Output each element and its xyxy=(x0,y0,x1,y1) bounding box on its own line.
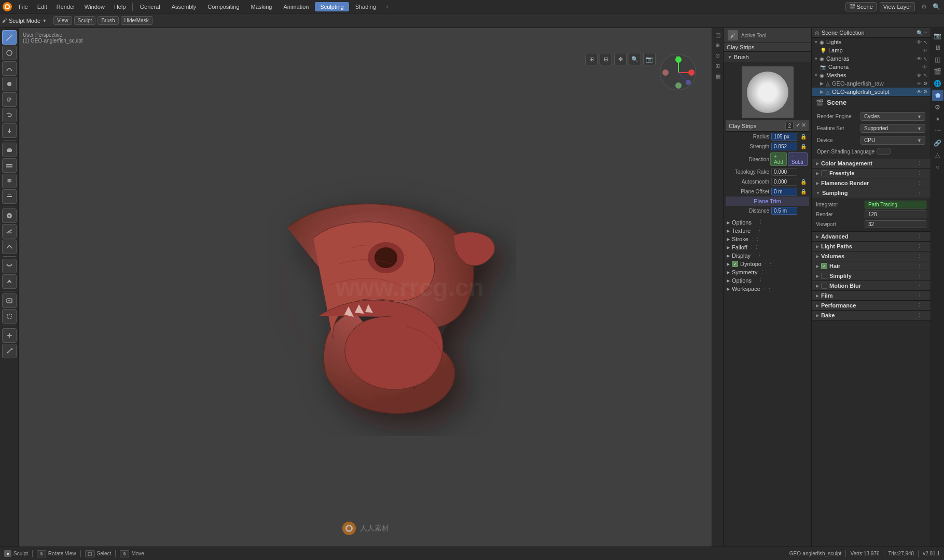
vis-eye-geo-raw[interactable]: 👁 xyxy=(917,81,922,87)
bake-header[interactable]: ▶ Bake ⋮⋮ xyxy=(812,311,931,320)
search-icon[interactable]: 🔍 xyxy=(931,1,942,12)
view-icon-5[interactable]: ▦ xyxy=(713,72,723,81)
clay-tool[interactable] xyxy=(2,143,17,157)
dyntopo-section[interactable]: ▶ ✓ Dyntopo ⋮⋮ xyxy=(724,260,811,268)
crease-tool[interactable] xyxy=(2,259,17,273)
falloff-section[interactable]: ▶ Falloff ⋮⋮ xyxy=(724,243,811,251)
stroke-section[interactable]: ▶ Stroke ⋮⋮ xyxy=(724,235,811,243)
modifier-icon[interactable]: ⚙ xyxy=(932,102,943,113)
vis-modifier-geo-raw[interactable]: ⚙ xyxy=(923,81,927,87)
topology-rake-field[interactable]: 0.000 xyxy=(771,168,797,176)
world-icon[interactable]: 🌐 xyxy=(932,78,943,89)
output-icon[interactable]: 🖥 xyxy=(932,42,943,53)
simplify-header[interactable]: ▶ Simplify ⋮⋮ xyxy=(812,271,931,281)
performance-header[interactable]: ▶ Performance ⋮⋮ xyxy=(812,301,931,310)
view-layer-icon[interactable]: ◫ xyxy=(932,54,943,65)
tab-shading[interactable]: Shading xyxy=(350,2,381,11)
plane-offset-field[interactable]: 0 m xyxy=(771,188,797,195)
symmetry-section[interactable]: ▶ Symmetry ⋮⋮ xyxy=(724,268,811,276)
dyntopo-checkbox[interactable]: ✓ xyxy=(732,261,738,267)
particles-icon[interactable]: ✦ xyxy=(932,114,943,125)
advanced-header[interactable]: ▶ Advanced ⋮⋮ xyxy=(812,232,931,241)
outliner-camera[interactable]: 📷 Camera 👁 xyxy=(812,63,931,71)
autosmooth-field[interactable]: 0.000 xyxy=(771,178,797,186)
device-dropdown[interactable]: CPU ▼ xyxy=(860,136,925,145)
render-samples-value[interactable]: 128 xyxy=(865,211,926,218)
strength-field[interactable]: 0.852 xyxy=(771,143,797,150)
snake-hook-tool[interactable] xyxy=(2,108,17,122)
object-icon[interactable]: ⬟ xyxy=(932,90,943,101)
texture-section[interactable]: ▶ Texture ⋮⋮ xyxy=(724,227,811,235)
autosmooth-lock-icon[interactable]: 🔒 xyxy=(800,179,807,185)
menu-window[interactable]: Window xyxy=(80,3,109,11)
vis-eye-meshes[interactable]: 👁 xyxy=(917,73,922,78)
grid-toggle[interactable]: ⊞ xyxy=(585,53,598,65)
outliner-settings-icon[interactable]: ≡ xyxy=(924,30,927,36)
motion-blur-checkbox[interactable] xyxy=(821,283,827,289)
fill-tool[interactable] xyxy=(2,208,17,223)
navigation-gizmo[interactable]: X Y xyxy=(660,54,701,95)
vis-cursor-meshes[interactable]: ↖ xyxy=(923,73,927,78)
tab-general[interactable]: General xyxy=(135,2,165,11)
vis-eye-camera[interactable]: 👁 xyxy=(922,64,927,70)
tab-compositing[interactable]: Compositing xyxy=(202,2,244,11)
outliner-lights-collection[interactable]: ▾ ◉ Lights 👁 ↖ xyxy=(812,38,931,46)
dir-sub-btn[interactable]: - Subtr xyxy=(788,152,808,166)
zoom-icon[interactable]: 🔍 xyxy=(629,53,641,65)
outliner-filter-icon[interactable]: 🔍 xyxy=(917,30,923,36)
display-section[interactable]: ▶ Display ⋮⋮ xyxy=(724,251,811,260)
draw-sharp-tool[interactable] xyxy=(2,274,17,289)
box-mask-tool[interactable] xyxy=(2,309,17,324)
clay-strips-tool[interactable] xyxy=(2,158,17,173)
smooth-tool[interactable] xyxy=(2,46,17,60)
render-engine-dropdown[interactable]: Cycles ▼ xyxy=(860,112,925,121)
freestyle-header[interactable]: ▶ Freestyle ⋮⋮ xyxy=(812,169,931,178)
vis-eye-lights[interactable]: 👁 xyxy=(917,39,922,45)
strength-lock-icon[interactable]: 🔒 xyxy=(800,144,807,149)
brush-section-header[interactable]: ▼ Brush xyxy=(724,52,811,62)
tab-assembly[interactable]: Assembly xyxy=(166,2,202,11)
viewport[interactable]: User Perspective (1) GEO-anglerfish_scul… xyxy=(19,28,712,547)
light-paths-header[interactable]: ▶ Light Paths ⋮⋮ xyxy=(812,242,931,251)
flamenco-header[interactable]: ▶ Flamenco Render ⋮⋮ xyxy=(812,178,931,188)
lock-icon[interactable]: ✓ xyxy=(796,122,800,130)
draw-tool[interactable] xyxy=(2,30,17,45)
move-icon[interactable]: ✥ xyxy=(614,53,627,65)
scene-prop-icon[interactable]: 🎬 xyxy=(932,66,943,77)
menu-file[interactable]: File xyxy=(15,3,32,11)
outliner-lamp[interactable]: 💡 Lamp 👁 xyxy=(812,46,931,54)
render-icon[interactable]: 📷 xyxy=(932,30,943,41)
data-icon[interactable]: △ xyxy=(932,149,943,161)
menu-help[interactable]: Help xyxy=(110,3,130,11)
view-icon-1[interactable]: ◫ xyxy=(713,30,723,39)
sculpt-btn[interactable]: Sculpt xyxy=(74,16,96,25)
tab-sculpting[interactable]: Sculpting xyxy=(315,2,349,11)
workspace-section[interactable]: ▶ Workspace ⋮⋮ xyxy=(724,285,811,293)
layer-tool[interactable] xyxy=(2,174,17,188)
grab-tool[interactable] xyxy=(2,92,17,107)
outliner-cameras-collection[interactable]: ▾ ◉ Cameras 👁 ↖ xyxy=(812,54,931,63)
menu-render[interactable]: Render xyxy=(52,3,79,11)
multiplane-scrape-tool[interactable] xyxy=(2,240,17,254)
integrator-value[interactable]: Path Tracing xyxy=(865,201,926,208)
hair-checkbox[interactable]: ✓ xyxy=(821,263,827,269)
vis-cursor-lights[interactable]: ↖ xyxy=(923,39,927,45)
flatten-tool[interactable] xyxy=(2,189,17,204)
inflate-tool[interactable] xyxy=(2,77,17,91)
open-shading-switch[interactable] xyxy=(877,148,891,155)
scrape-tool[interactable] xyxy=(2,224,17,239)
color-mgmt-header[interactable]: ▶ Color Management ⋮⋮ xyxy=(812,159,931,168)
vis-eye-lamp[interactable]: 👁 xyxy=(922,48,927,53)
camera-icon[interactable]: 📷 xyxy=(643,53,656,65)
plane-trim-header[interactable]: Plane Trim xyxy=(726,197,809,206)
motion-blur-header[interactable]: ▶ Motion Blur ⋮⋮ xyxy=(812,281,931,290)
view-btn[interactable]: View xyxy=(53,16,72,25)
scene-selector[interactable]: 🎬 Scene xyxy=(845,2,877,11)
settings-icon[interactable]: ⚙ xyxy=(918,1,929,12)
hide-mask-btn[interactable]: Hide/Mask xyxy=(121,16,152,25)
sampling-header[interactable]: ▼ Sampling ⋮⋮ xyxy=(812,188,931,198)
menu-edit[interactable]: Edit xyxy=(33,3,51,11)
view-icon-4[interactable]: ⊞ xyxy=(713,61,723,71)
pinch-tool[interactable] xyxy=(2,61,17,76)
vis-eye-geo-sculpt[interactable]: 👁 xyxy=(917,89,922,95)
